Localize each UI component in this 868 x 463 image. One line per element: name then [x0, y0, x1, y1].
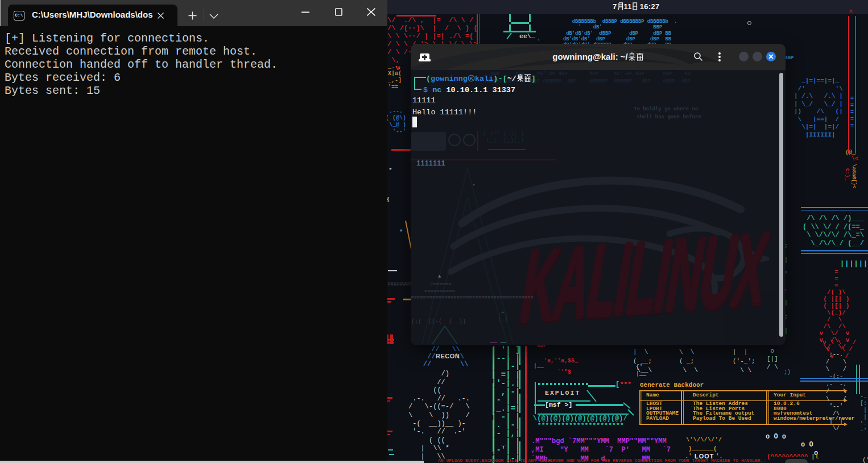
svg-text:K: K: [469, 75, 473, 81]
